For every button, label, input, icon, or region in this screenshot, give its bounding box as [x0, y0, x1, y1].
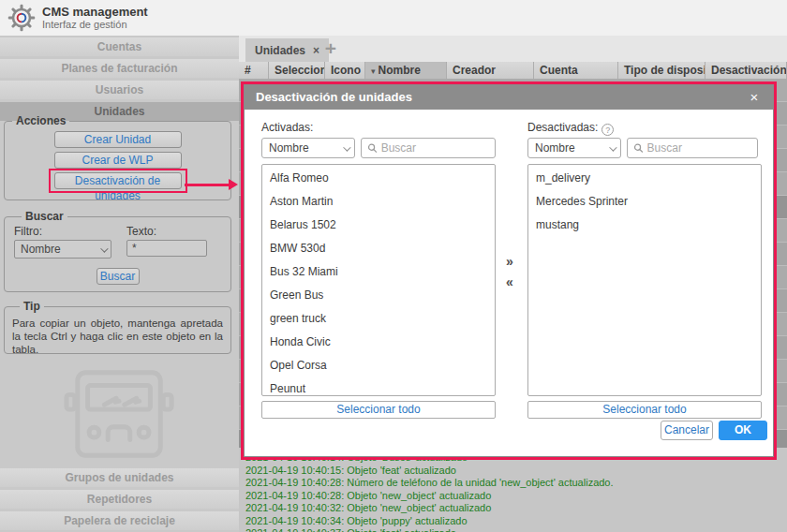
modal-title-bar: Desactivación de unidades ×	[245, 85, 773, 110]
activated-search-input[interactable]	[381, 141, 489, 155]
create-unit-button[interactable]: Crear Unidad	[54, 131, 182, 148]
chevron-down-icon	[100, 244, 108, 252]
cancel-button[interactable]: Cancelar	[661, 421, 713, 440]
column-header-cuenta[interactable]: Cuenta	[534, 62, 618, 79]
deactivated-unit-m-delivery[interactable]: m_delivery	[528, 167, 761, 190]
help-icon[interactable]: ?	[601, 124, 614, 136]
tip-text: Para copiar un objeto, mantenga apretada…	[12, 317, 223, 356]
tab-close-icon[interactable]: ×	[313, 44, 319, 57]
column-header-tipo-de-dispositivo[interactable]: Tipo de dispositivo	[618, 62, 705, 79]
filter-select[interactable]: Nombre	[14, 240, 111, 259]
deactivated-label: Desactivadas:?	[527, 121, 614, 136]
activated-unit-aston-martin[interactable]: Aston Martin	[262, 190, 495, 214]
chevron-down-icon	[343, 143, 350, 151]
log-entry: 2021-04-19 10:40:37: Objeto 'feat' actua…	[245, 527, 787, 532]
activated-filter-value: Nombre	[269, 141, 309, 155]
bus-watermark-icon	[64, 359, 174, 469]
deactivation-modal: Desactivación de unidades × Activadas: D…	[244, 84, 774, 457]
modal-close-icon[interactable]: ×	[745, 85, 764, 110]
column-header-icono[interactable]: Icono	[325, 62, 365, 79]
chevron-down-icon	[609, 143, 616, 151]
sidebar-item-repetidores[interactable]: Repetidores	[0, 490, 239, 509]
top-bar: CMS management Interfaz de gestión	[0, 0, 787, 36]
app-subtitle: Interfaz de gestión	[42, 19, 148, 31]
activated-label: Activadas:	[261, 121, 313, 134]
log-entry: 2021-04-19 10:40:28: Número de teléfono …	[245, 477, 787, 490]
log-entry: 2021-04-19 10:40:32: Objeto 'new_object'…	[245, 502, 787, 515]
search-icon	[633, 142, 644, 154]
annotation-arrow-line	[185, 184, 230, 186]
activated-unit-honda-civic[interactable]: Honda Civic	[262, 331, 495, 354]
deactivated-search-box	[627, 138, 758, 158]
log-entry: 2021-04-19 10:40:34: Objeto 'puppy' actu…	[245, 515, 787, 528]
gear-logo-icon	[7, 4, 36, 32]
sort-indicator-icon: ▾	[371, 66, 376, 76]
move-right-button[interactable]: »	[497, 254, 522, 271]
sidebar-item-planes-de-facturacion[interactable]: Planes de facturación	[0, 59, 239, 78]
deactivated-select-all-button[interactable]: Seleccionar todo	[527, 401, 762, 419]
deactivated-filter-select[interactable]: Nombre	[527, 138, 621, 158]
sidebar: CuentasPlanes de facturaciónUsuariosUnid…	[0, 36, 239, 532]
activated-filter-select[interactable]: Nombre	[261, 138, 355, 158]
log-entry: 2021-04-19 10:40:15: Objeto 'feat' actua…	[245, 465, 787, 478]
activated-unit-green-bus[interactable]: Green Bus	[262, 284, 495, 307]
filter-label: Filtro:	[14, 225, 111, 238]
ok-button[interactable]: OK	[719, 421, 767, 440]
cms-management-app: CMS management Interfaz de gestión Cuent…	[0, 0, 787, 532]
deactivated-filter-value: Nombre	[535, 141, 575, 155]
brand: CMS management Interfaz de gestión	[7, 4, 148, 32]
deactivate-units-button[interactable]: Desactivación de unidades	[54, 172, 182, 189]
create-from-wlp-button[interactable]: Crear de WLP	[54, 152, 182, 169]
deactivated-label-text: Desactivadas:	[527, 121, 598, 134]
filter-select-value: Nombre	[21, 243, 61, 256]
activated-units-list: Alfa RomeoAston MartinBelarus 1502BMW 53…	[261, 164, 496, 396]
search-panel: Buscar Filtro: Nombre Texto: Buscar	[4, 210, 231, 292]
deactivated-search-input[interactable]	[647, 141, 751, 155]
move-left-button[interactable]: «	[497, 274, 522, 291]
activated-unit-green-truck[interactable]: green truck	[262, 307, 495, 331]
activated-search-box	[361, 138, 496, 158]
deactivated-unit-mustang[interactable]: mustang	[528, 214, 761, 237]
column-header-seleccione[interactable]: Seleccione	[269, 62, 325, 79]
column-header-creador[interactable]: Creador	[447, 62, 534, 79]
tab-bar: Unidades × +	[239, 36, 787, 62]
deactivated-units-list: m_deliveryMercedes Sprintermustang	[527, 164, 762, 396]
search-submit-button[interactable]: Buscar	[97, 268, 140, 285]
tip-panel: Tip Para copiar un objeto, mantenga apre…	[4, 300, 231, 354]
search-legend: Buscar	[22, 210, 67, 223]
actions-legend: Acciones	[12, 114, 69, 127]
activated-unit-peunut[interactable]: Peunut	[262, 377, 495, 396]
log-entry: 2021-04-19 10:40:28: Objeto 'new_object'…	[245, 490, 787, 503]
activity-log: 2021-04-19 10:40:14: Objeto 'Buses' actu…	[239, 448, 787, 532]
modal-annotation-border: Desactivación de unidades × Activadas: D…	[241, 81, 777, 460]
table-header-row: #SeleccioneIcono▾NombreCreadorCuentaTipo…	[239, 62, 787, 79]
activated-unit-bmw-530d[interactable]: BMW 530d	[262, 237, 495, 260]
sidebar-item-papelera-de-reciclaje[interactable]: Papelera de reciclaje	[0, 511, 239, 530]
add-tab-button[interactable]: +	[319, 37, 342, 60]
sidebar-item-grupos-de-unidades[interactable]: Grupos de unidades	[0, 468, 239, 487]
column-header-desactivacion[interactable]: Desactivación	[705, 62, 787, 79]
column-header-[interactable]: #	[239, 62, 269, 79]
annotation-arrow-head	[229, 179, 238, 190]
text-label: Texto:	[126, 225, 207, 238]
activated-select-all-button[interactable]: Seleccionar todo	[261, 401, 496, 419]
activated-unit-belarus-1502[interactable]: Belarus 1502	[262, 214, 495, 237]
app-title: CMS management	[42, 5, 148, 19]
search-text-input[interactable]	[126, 240, 207, 257]
tab-unidades[interactable]: Unidades ×	[245, 38, 329, 62]
activated-unit-alfa-romeo[interactable]: Alfa Romeo	[262, 167, 495, 190]
modal-title: Desactivación de unidades	[256, 90, 412, 104]
activated-unit-bus-32-miami[interactable]: Bus 32 Miami	[262, 260, 495, 284]
tip-legend: Tip	[20, 300, 44, 313]
actions-panel: Acciones Crear Unidad Crear de WLP Desac…	[4, 114, 231, 200]
deactivated-unit-mercedes-sprinter[interactable]: Mercedes Sprinter	[528, 190, 761, 214]
activated-unit-opel-corsa[interactable]: Opel Corsa	[262, 354, 495, 377]
sidebar-item-cuentas[interactable]: Cuentas	[0, 37, 239, 56]
column-header-nombre[interactable]: ▾Nombre	[365, 62, 447, 79]
sidebar-item-usuarios[interactable]: Usuarios	[0, 81, 239, 99]
tab-label: Unidades	[255, 44, 305, 57]
search-icon	[367, 142, 378, 154]
